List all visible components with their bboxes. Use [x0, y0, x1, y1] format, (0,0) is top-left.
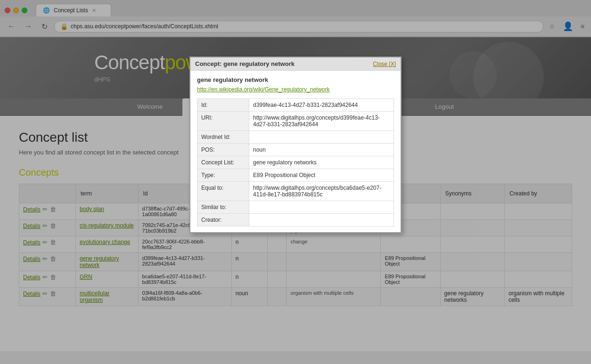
- modal-concept-url[interactable]: http://en.wikipedia.org/wiki/Gene_regula…: [197, 86, 394, 93]
- modal-detail-row: Type: E89 Propositional Object: [197, 169, 394, 182]
- detail-label: Wordnet Id:: [197, 131, 249, 144]
- modal-concept-name: gene regulatory network: [197, 76, 394, 83]
- detail-value: noun: [249, 144, 394, 156]
- modal-detail-row: Wordnet Id:: [197, 131, 394, 144]
- detail-label: POS:: [197, 144, 249, 156]
- detail-label: Concept List:: [197, 156, 249, 169]
- detail-label: Similar to:: [197, 201, 249, 214]
- detail-value: [249, 201, 394, 214]
- modal-close-button[interactable]: Close [X]: [373, 61, 396, 67]
- detail-label: Type:: [197, 169, 249, 182]
- modal-detail-row: URI: http://www.digitalhps.org/concepts/…: [197, 112, 394, 131]
- detail-value: E89 Propositional Object: [249, 169, 394, 182]
- detail-value: [249, 214, 394, 226]
- modal-detail-row: Concept List: gene regulatory networks: [197, 156, 394, 169]
- modal-detail-row: Id: d399feae-4c13-4d27-b331-2823af942644: [197, 99, 394, 112]
- modal-overlay[interactable]: Concept: gene regulatory network Close […: [0, 0, 591, 351]
- detail-value: http://www.digitalhps.org/concepts/bca6d…: [249, 182, 394, 201]
- modal-body: gene regulatory network http://en.wikipe…: [190, 71, 401, 232]
- modal-detail-row: Creator:: [197, 214, 394, 226]
- detail-value: [249, 131, 394, 144]
- detail-label: Creator:: [197, 214, 249, 226]
- detail-label: URI:: [197, 112, 249, 131]
- detail-label: Equal to:: [197, 182, 249, 201]
- modal-detail-table: Id: d399feae-4c13-4d27-b331-2823af942644…: [197, 98, 394, 226]
- detail-value: gene regulatory networks: [249, 156, 394, 169]
- modal-header: Concept: gene regulatory network Close […: [190, 57, 401, 71]
- modal-title: Concept: gene regulatory network: [195, 60, 295, 67]
- detail-label: Id:: [197, 99, 249, 112]
- detail-value: d399feae-4c13-4d27-b331-2823af942644: [249, 99, 394, 112]
- modal-detail-row: Equal to: http://www.digitalhps.org/conc…: [197, 182, 394, 201]
- detail-value: http://www.digitalhps.org/concepts/d399f…: [249, 112, 394, 131]
- concept-detail-modal: Concept: gene regulatory network Close […: [189, 57, 402, 233]
- modal-detail-row: Similar to:: [197, 201, 394, 214]
- modal-detail-row: POS: noun: [197, 144, 394, 156]
